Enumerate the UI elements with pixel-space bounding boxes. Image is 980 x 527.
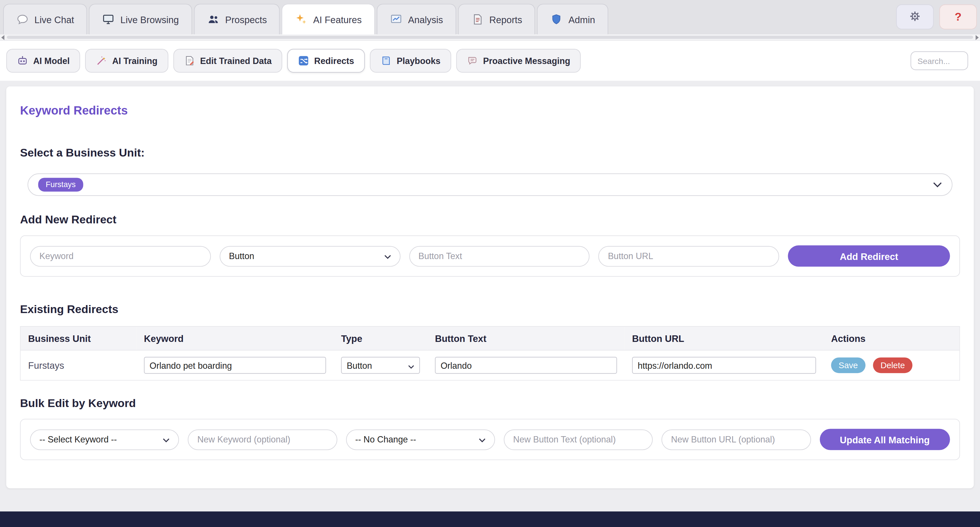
add-redirect-title: Add New Redirect [20,213,960,226]
table-row: Furstays Button [21,350,959,380]
bulk-type-select[interactable]: -- No Change -- [346,429,495,450]
tab-live-browsing[interactable]: Live Browsing [89,4,192,34]
delete-button[interactable]: Delete [873,357,912,373]
subtab-edit-trained-data[interactable]: Edit Trained Data [173,49,282,73]
col-button-text: Button Text [428,327,625,350]
subtab-label: Edit Trained Data [200,56,272,66]
add-redirect-button[interactable]: Add Redirect [788,245,950,267]
edit-doc-icon [184,55,195,66]
chevron-down-icon [479,435,486,444]
add-redirect-form: Button Add Redirect [20,236,960,277]
help-button[interactable]: ? [939,4,977,29]
tab-label: Live Chat [35,14,74,25]
subtab-label: AI Model [33,56,70,66]
col-keyword: Keyword [137,327,334,350]
keyword-input[interactable] [30,246,211,266]
search-input[interactable] [911,51,968,70]
bulk-edit-title: Bulk Edit by Keyword [20,397,960,410]
tab-reports[interactable]: Reports [458,4,535,34]
col-business-unit: Business Unit [21,327,136,350]
tab-analysis[interactable]: Analysis [377,4,456,34]
row-button-url-input[interactable] [632,357,816,374]
bulk-new-button-text-input[interactable] [504,429,653,450]
page-title: Keyword Redirects [20,104,960,118]
row-type-select[interactable]: Button [341,357,420,374]
subtab-label: AI Training [112,56,158,66]
business-unit-chip: Furstays [38,178,83,191]
subtab-label: Redirects [314,56,354,66]
table-header-row: Business Unit Keyword Type Button Text B… [21,327,959,350]
people-icon [207,13,220,26]
row-keyword-input[interactable] [144,357,326,374]
business-unit-label: Select a Business Unit: [20,146,960,160]
col-button-url: Button URL [625,327,824,350]
button-url-input[interactable] [598,246,779,266]
message-out-icon [467,55,478,66]
bulk-edit-form: -- Select Keyword -- -- No Change -- Upd… [20,419,960,460]
chevron-down-icon [384,251,391,261]
scrollbar-track[interactable] [6,35,975,40]
app-root: Live Chat Live Browsing Prospects AI Fea… [0,0,980,527]
monitor-icon [102,13,115,26]
tab-label: Admin [568,14,595,25]
document-icon [471,13,484,26]
bulk-new-button-url-input[interactable] [662,429,811,450]
sub-nav: AI Model AI Training Edit Trained Data R… [0,41,980,81]
save-button[interactable]: Save [831,357,865,373]
sparkles-icon [295,13,307,26]
tab-label: Analysis [408,14,443,25]
tab-prospects[interactable]: Prospects [194,4,280,34]
existing-redirects-title: Existing Redirects [20,303,960,316]
top-nav: Live Chat Live Browsing Prospects AI Fea… [0,0,980,35]
update-all-matching-button[interactable]: Update All Matching [819,429,950,450]
cell-business-unit: Furstays [21,350,136,380]
scrollbar-thumb[interactable] [7,36,973,39]
chat-bubble-icon [16,13,29,26]
tab-ai-features[interactable]: AI Features [282,4,375,34]
horizontal-scrollbar[interactable] [0,35,980,41]
tab-live-chat[interactable]: Live Chat [3,4,87,34]
top-nav-actions: ? [896,4,977,34]
tab-label: AI Features [313,14,362,25]
col-type: Type [334,327,428,350]
scroll-left-icon[interactable] [1,35,4,40]
bulk-keyword-select-value: -- Select Keyword -- [40,435,117,444]
bulk-keyword-select[interactable]: -- Select Keyword -- [30,429,179,450]
top-nav-tabs: Live Chat Live Browsing Prospects AI Fea… [3,4,608,34]
type-select[interactable]: Button [220,246,400,266]
settings-button[interactable] [896,4,934,29]
help-question-icon: ? [955,10,961,24]
row-button-text-input[interactable] [435,357,617,374]
chevron-down-icon [933,182,942,188]
col-actions: Actions [824,327,959,350]
subtab-label: Playbooks [397,56,440,66]
keyword-redirects-panel: Keyword Redirects Select a Business Unit… [6,86,974,488]
chevron-down-icon [163,435,170,444]
tab-admin[interactable]: Admin [537,4,608,34]
button-text-input[interactable] [409,246,590,266]
subtab-proactive-messaging[interactable]: Proactive Messaging [456,49,581,73]
robot-icon [17,55,28,66]
subtab-label: Proactive Messaging [483,56,570,66]
subtab-playbooks[interactable]: Playbooks [370,49,451,73]
tab-label: Reports [489,14,522,25]
bulk-new-keyword-input[interactable] [188,429,337,450]
subtab-ai-model[interactable]: AI Model [6,49,80,73]
subtab-redirects[interactable]: Redirects [287,49,364,73]
chevron-down-icon [408,360,414,370]
chart-icon [390,13,402,26]
subtab-ai-training[interactable]: AI Training [85,49,168,73]
tab-label: Prospects [225,14,267,25]
shield-icon [550,13,563,26]
tab-label: Live Browsing [121,14,179,25]
bulk-type-select-value: -- No Change -- [355,435,416,444]
footer-bar [0,511,980,527]
gear-icon [908,10,921,24]
redirect-icon [298,55,309,66]
row-type-value: Button [347,360,372,370]
wand-icon [96,55,107,66]
type-select-value: Button [229,251,255,261]
scroll-right-icon[interactable] [976,35,979,40]
business-unit-select[interactable]: Furstays [27,174,952,196]
redirects-table: Business Unit Keyword Type Button Text B… [20,326,960,381]
